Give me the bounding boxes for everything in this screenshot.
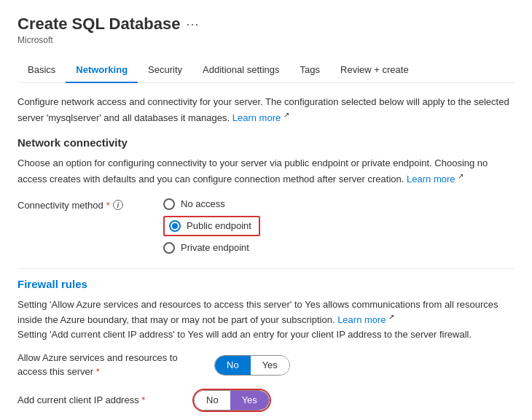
allow-azure-required-star: * [96,366,100,377]
firewall-description-1: Setting 'Allow Azure services and resour… [17,298,515,342]
allow-azure-toggle-container: No Yes [214,355,290,376]
add-client-ip-toggle-container: No Yes [192,389,271,412]
radio-no-access-circle [163,198,175,210]
connectivity-method-label: Connectivity method * i [17,198,134,211]
tab-tags[interactable]: Tags [290,57,330,82]
add-client-ip-row: Add current client IP address * No Yes [17,389,515,412]
tab-networking[interactable]: Networking [66,57,138,82]
firewall-section-title: Firewall rules [17,278,515,290]
firewall-section: Firewall rules Setting 'Allow Azure serv… [17,278,515,412]
radio-no-access[interactable]: No access [163,198,260,210]
radio-public-endpoint[interactable]: Public endpoint [163,216,260,236]
radio-public-endpoint-circle [169,220,181,232]
intro-external-link-icon: ↗ [283,111,289,119]
tab-bar: Basics Networking Security Additional se… [17,57,515,83]
section-divider [17,268,515,269]
add-client-ip-label: Add current client IP address * [17,394,163,407]
add-client-ip-highlight: No Yes [192,389,271,412]
tab-basics[interactable]: Basics [17,57,66,82]
radio-private-endpoint-label: Private endpoint [181,242,249,253]
networking-content: Configure network access and connectivit… [17,83,515,412]
page-subtitle: Microsoft [17,35,515,45]
connectivity-external-link-icon: ↗ [458,172,463,180]
connectivity-learn-more-link[interactable]: Learn more [407,174,455,184]
connectivity-radio-group: No access Public endpoint Private endpoi… [163,198,260,254]
firewall-learn-more-link[interactable]: Learn more [337,314,386,325]
radio-private-endpoint-circle [163,242,175,254]
allow-azure-yes-option[interactable]: Yes [251,356,289,375]
allow-azure-no-option[interactable]: No [215,356,251,375]
connectivity-description: Choose an option for configuring connect… [17,156,515,186]
tab-review-create[interactable]: Review + create [330,57,419,82]
radio-no-access-label: No access [181,198,225,209]
add-client-ip-toggle[interactable]: No Yes [194,390,270,411]
connectivity-required-star: * [106,200,110,211]
connectivity-info-icon[interactable]: i [113,200,123,210]
page-title: Create SQL Database [17,15,180,34]
page-container: Create SQL Database ··· Microsoft Basics… [0,0,532,420]
allow-azure-label: Allow Azure services and resources to ac… [17,351,185,378]
ellipsis-menu-icon[interactable]: ··· [186,17,199,32]
firewall-external-link-icon: ↗ [388,313,394,321]
intro-description: Configure network access and connectivit… [17,95,515,125]
intro-learn-more-link[interactable]: Learn more [232,112,281,123]
radio-public-endpoint-label: Public endpoint [187,220,251,231]
connectivity-section-title: Network connectivity [17,136,515,149]
tab-security[interactable]: Security [138,57,192,82]
connectivity-section: Network connectivity Choose an option fo… [17,136,515,253]
add-client-ip-required-star: * [141,394,145,405]
allow-azure-toggle[interactable]: No Yes [214,355,290,376]
add-client-ip-yes-option[interactable]: Yes [230,391,269,410]
radio-private-endpoint[interactable]: Private endpoint [163,242,260,254]
add-client-ip-no-option[interactable]: No [195,391,230,410]
tab-additional-settings[interactable]: Additional settings [192,57,290,82]
connectivity-method-row: Connectivity method * i No access Public… [17,198,515,254]
allow-azure-row: Allow Azure services and resources to ac… [17,351,515,378]
